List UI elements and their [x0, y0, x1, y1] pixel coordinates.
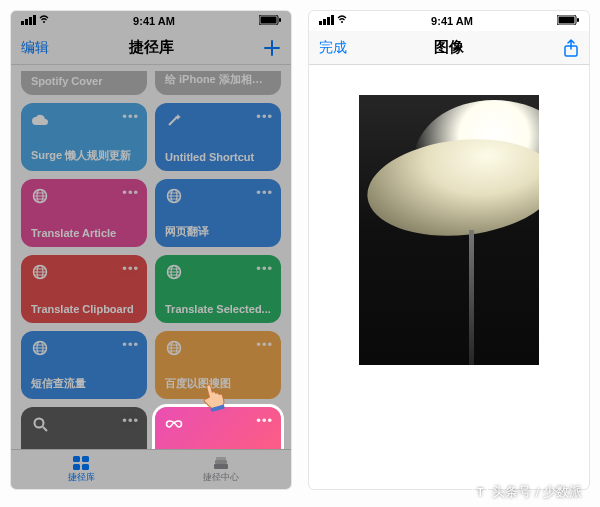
status-bar: 9:41 AM — [11, 11, 291, 31]
svg-rect-31 — [327, 17, 330, 25]
displayed-image — [359, 95, 539, 365]
status-bar-right: 9:41 AM — [309, 11, 589, 31]
svg-rect-29 — [319, 21, 322, 25]
globe-icon — [31, 263, 49, 281]
infinity-icon — [165, 415, 183, 433]
credit-author: 少数派 — [543, 483, 582, 501]
svg-rect-23 — [73, 464, 80, 470]
library-tab[interactable]: 捷径库 — [11, 450, 151, 489]
svg-rect-21 — [73, 456, 80, 462]
tab-bar: 捷径库 捷径中心 — [11, 449, 291, 489]
shortcut-tile[interactable]: •••百度以图搜图 — [155, 331, 281, 399]
nav-title: 捷径库 — [129, 38, 174, 57]
gallery-tab-label: 捷径中心 — [203, 471, 239, 484]
nav-bar-right: 完成 图像 — [309, 31, 589, 65]
more-icon[interactable]: ••• — [122, 261, 139, 276]
image-viewer[interactable] — [309, 65, 589, 489]
globe-icon — [165, 187, 183, 205]
more-icon[interactable]: ••• — [122, 109, 139, 124]
library-tab-label: 捷径库 — [68, 471, 95, 484]
more-icon[interactable]: ••• — [122, 185, 139, 200]
shortcut-tile[interactable]: •••Untitled Shortcut — [155, 103, 281, 171]
tile-label: Translate Article — [31, 227, 137, 239]
shortcut-tile[interactable]: •••Translate Clipboard — [21, 255, 147, 323]
globe-icon — [31, 339, 49, 357]
svg-rect-3 — [33, 15, 36, 25]
right-phone: 9:41 AM 完成 图像 — [308, 10, 590, 490]
battery-icon — [557, 15, 579, 27]
globe-icon — [31, 187, 49, 205]
svg-rect-6 — [261, 17, 277, 24]
tile-label: Translate Clipboard — [31, 303, 137, 315]
nav-bar: 编辑 捷径库 — [11, 31, 291, 65]
tile-label: 百度以图搜图 — [165, 376, 271, 391]
svg-rect-30 — [323, 19, 326, 25]
gallery-tab[interactable]: 捷径中心 — [151, 450, 291, 489]
shortcut-tile[interactable]: •••Live photo to Loop... — [155, 407, 281, 449]
shortcut-tile[interactable]: •••网页翻译 — [155, 179, 281, 247]
share-button[interactable] — [529, 39, 579, 57]
tile-label: Spotify Cover — [31, 75, 137, 87]
status-time: 9:41 AM — [49, 15, 259, 27]
globe-icon — [165, 339, 183, 357]
more-icon[interactable]: ••• — [256, 261, 273, 276]
more-icon[interactable]: ••• — [256, 413, 273, 428]
left-phone: 9:41 AM 编辑 捷径库 Spotify Cover给 iPhone 添加相… — [10, 10, 292, 490]
svg-point-33 — [341, 21, 343, 23]
tile-label: 短信查流量 — [31, 376, 137, 391]
svg-rect-25 — [214, 464, 228, 469]
toutiao-logo-icon: T — [472, 484, 488, 500]
cloud-icon — [31, 111, 49, 129]
tile-label: Translate Selected... — [165, 303, 271, 315]
svg-rect-32 — [331, 15, 334, 25]
svg-rect-36 — [577, 18, 579, 22]
svg-point-20 — [35, 419, 44, 428]
wand-icon — [165, 111, 183, 129]
svg-rect-7 — [279, 18, 281, 22]
shortcut-grid: Spotify Cover给 iPhone 添加相机...•••Surge 懒人… — [11, 65, 291, 449]
globe-icon — [165, 263, 183, 281]
svg-rect-1 — [25, 19, 28, 25]
edit-button[interactable]: 编辑 — [21, 39, 71, 57]
more-icon[interactable]: ••• — [256, 185, 273, 200]
status-time-right: 9:41 AM — [347, 15, 557, 27]
svg-rect-2 — [29, 17, 32, 25]
shortcut-tile[interactable]: •••二次元画像詳細検索 — [21, 407, 147, 449]
svg-rect-35 — [559, 17, 575, 24]
svg-rect-26 — [215, 460, 227, 464]
shortcut-tile[interactable]: •••短信查流量 — [21, 331, 147, 399]
svg-rect-24 — [82, 464, 89, 470]
nav-title-right: 图像 — [434, 38, 464, 57]
shortcut-tile[interactable]: •••Translate Article — [21, 179, 147, 247]
shortcut-tile[interactable]: Spotify Cover — [21, 71, 147, 95]
more-icon[interactable]: ••• — [256, 109, 273, 124]
shortcut-tile[interactable]: 给 iPhone 添加相机... — [155, 71, 281, 95]
more-icon[interactable]: ••• — [256, 337, 273, 352]
svg-rect-0 — [21, 21, 24, 25]
tile-label: Untitled Shortcut — [165, 151, 271, 163]
more-icon[interactable]: ••• — [122, 413, 139, 428]
shortcut-tile[interactable]: •••Translate Selected... — [155, 255, 281, 323]
shortcut-tile[interactable]: •••Surge 懒人规则更新 — [21, 103, 147, 171]
credit-sep: / — [535, 485, 539, 500]
carrier-icons — [21, 15, 49, 27]
svg-rect-22 — [82, 456, 89, 462]
more-icon[interactable]: ••• — [122, 337, 139, 352]
carrier-icons — [319, 15, 347, 27]
add-button[interactable] — [231, 39, 281, 57]
tile-label: 网页翻译 — [165, 224, 271, 239]
footer-credit: T 头条号 / 少数派 — [472, 483, 582, 501]
done-button[interactable]: 完成 — [319, 39, 369, 57]
credit-source: 头条号 — [492, 483, 531, 501]
tile-label: Surge 懒人规则更新 — [31, 148, 137, 163]
tile-label: 给 iPhone 添加相机... — [165, 72, 271, 87]
search-icon — [31, 415, 49, 433]
svg-rect-27 — [216, 457, 226, 460]
battery-icon — [259, 15, 281, 27]
svg-point-4 — [43, 21, 45, 23]
